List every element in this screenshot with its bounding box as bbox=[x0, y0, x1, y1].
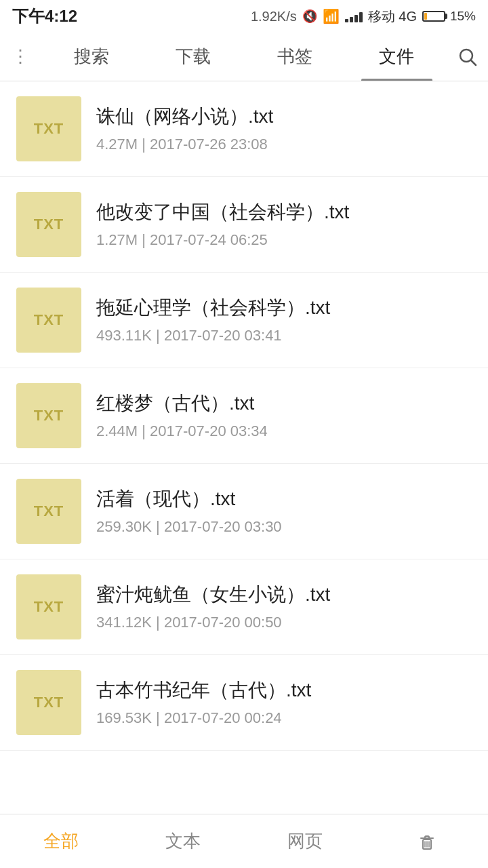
file-name: 他改变了中国（社会科学）.txt bbox=[96, 200, 472, 224]
file-name: 拖延心理学（社会科学）.txt bbox=[96, 296, 472, 320]
file-info: 拖延心理学（社会科学）.txt 493.11K | 2017-07-20 03:… bbox=[96, 296, 472, 344]
search-icon bbox=[457, 46, 479, 68]
tab-download[interactable]: 下载 bbox=[142, 33, 244, 81]
mute-icon: 🔇 bbox=[302, 9, 317, 24]
file-meta: 493.11K | 2017-07-20 03:41 bbox=[96, 327, 472, 344]
nav-tabs: ⋮ 搜索 下载 书签 文件 bbox=[0, 33, 488, 81]
status-time: 下午4:12 bbox=[12, 5, 77, 27]
file-info: 红楼梦（古代）.txt 2.44M | 2017-07-20 03:34 bbox=[96, 391, 472, 440]
status-bar: 下午4:12 1.92K/s 🔇 📶 移动 4G 15% bbox=[0, 0, 488, 33]
file-thumb: TXT bbox=[16, 288, 81, 353]
wifi-icon: 📶 bbox=[323, 8, 340, 24]
tab-bookmark[interactable]: 书签 bbox=[244, 33, 346, 81]
list-item[interactable]: TXT 拖延心理学（社会科学）.txt 493.11K | 2017-07-20… bbox=[0, 273, 488, 368]
battery-percent: 15% bbox=[450, 9, 476, 24]
file-info: 古本竹书纪年（古代）.txt 169.53K | 2017-07-20 00:2… bbox=[96, 678, 472, 727]
bottom-tab-webpage[interactable]: 网页 bbox=[244, 829, 366, 853]
file-name: 古本竹书纪年（古代）.txt bbox=[96, 678, 472, 703]
file-thumb: TXT bbox=[16, 574, 81, 639]
file-meta: 259.30K | 2017-07-20 03:30 bbox=[96, 518, 472, 536]
network-speed: 1.92K/s bbox=[251, 9, 297, 24]
network-type: 移动 4G bbox=[368, 7, 417, 26]
menu-icon[interactable]: ⋮ bbox=[0, 46, 41, 67]
file-thumb: TXT bbox=[16, 670, 81, 735]
file-info: 活着（现代）.txt 259.30K | 2017-07-20 03:30 bbox=[96, 487, 472, 536]
list-item[interactable]: TXT 他改变了中国（社会科学）.txt 1.27M | 2017-07-24 … bbox=[0, 177, 488, 273]
file-name: 红楼梦（古代）.txt bbox=[96, 391, 472, 416]
tab-file[interactable]: 文件 bbox=[346, 33, 447, 81]
file-thumb: TXT bbox=[16, 192, 81, 257]
battery-fill bbox=[424, 13, 427, 20]
bottom-tab-text[interactable]: 文本 bbox=[122, 829, 244, 853]
file-name: 蜜汁炖鱿鱼（女生小说）.txt bbox=[96, 583, 472, 607]
file-thumb: TXT bbox=[16, 96, 81, 161]
file-meta: 2.44M | 2017-07-20 03:34 bbox=[96, 422, 472, 440]
list-item[interactable]: TXT 蜜汁炖鱿鱼（女生小说）.txt 341.12K | 2017-07-20… bbox=[0, 559, 488, 655]
file-thumb: TXT bbox=[16, 383, 81, 448]
list-item[interactable]: TXT 古本竹书纪年（古代）.txt 169.53K | 2017-07-20 … bbox=[0, 655, 488, 751]
file-info: 他改变了中国（社会科学）.txt 1.27M | 2017-07-24 06:2… bbox=[96, 200, 472, 249]
file-meta: 341.12K | 2017-07-20 00:50 bbox=[96, 614, 472, 631]
file-list: TXT 诛仙（网络小说）.txt 4.27M | 2017-07-26 23:0… bbox=[0, 81, 488, 805]
list-item[interactable]: TXT 活着（现代）.txt 259.30K | 2017-07-20 03:3… bbox=[0, 464, 488, 559]
search-button[interactable] bbox=[447, 46, 488, 68]
file-meta: 1.27M | 2017-07-24 06:25 bbox=[96, 231, 472, 249]
file-info: 诛仙（网络小说）.txt 4.27M | 2017-07-26 23:08 bbox=[96, 104, 472, 153]
delete-button[interactable] bbox=[366, 831, 488, 852]
file-info: 蜜汁炖鱿鱼（女生小说）.txt 341.12K | 2017-07-20 00:… bbox=[96, 583, 472, 631]
battery-icon bbox=[422, 11, 445, 22]
file-name: 活着（现代）.txt bbox=[96, 487, 472, 511]
tab-search[interactable]: 搜索 bbox=[41, 33, 142, 81]
bottom-tab-all[interactable]: 全部 bbox=[0, 829, 122, 853]
list-item[interactable]: TXT 诛仙（网络小说）.txt 4.27M | 2017-07-26 23:0… bbox=[0, 81, 488, 177]
signal-icon bbox=[345, 10, 363, 22]
battery-indicator: 15% bbox=[422, 9, 476, 24]
file-thumb: TXT bbox=[16, 479, 81, 544]
status-right: 1.92K/s 🔇 📶 移动 4G 15% bbox=[251, 7, 476, 26]
list-item[interactable]: TXT 红楼梦（古代）.txt 2.44M | 2017-07-20 03:34 bbox=[0, 368, 488, 464]
file-name: 诛仙（网络小说）.txt bbox=[96, 104, 472, 129]
trash-icon bbox=[417, 831, 437, 852]
file-meta: 169.53K | 2017-07-20 00:24 bbox=[96, 709, 472, 727]
svg-line-1 bbox=[471, 60, 476, 65]
file-meta: 4.27M | 2017-07-26 23:08 bbox=[96, 136, 472, 153]
bottom-bar: 全部 文本 网页 bbox=[0, 814, 488, 868]
